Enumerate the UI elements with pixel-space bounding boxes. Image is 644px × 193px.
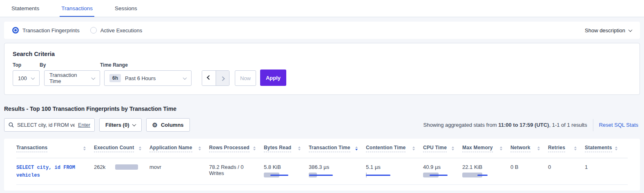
chevron-down-icon (31, 76, 35, 80)
execution-count-cell: 262k (94, 164, 145, 170)
view-toggle-bar: Transaction Fingerprints Active Executio… (4, 22, 640, 39)
search-criteria-card: Search Criteria Top 100 By Transaction T… (4, 43, 640, 95)
sort-icon[interactable] (412, 146, 415, 150)
time-range-field: Time Range 6h Past 6 Hours (100, 62, 192, 86)
show-description-toggle[interactable]: Show description (585, 27, 632, 34)
contention-time-bar (366, 173, 391, 177)
sort-icon[interactable] (574, 146, 577, 150)
sort-icon[interactable] (83, 146, 86, 150)
col-application-name[interactable]: Application Name (149, 145, 209, 152)
statements-cell: 1 (585, 164, 626, 170)
radio-transaction-fingerprints[interactable]: Transaction Fingerprints (12, 27, 80, 34)
sort-icon[interactable] (452, 146, 454, 150)
time-range-value: Past 6 Hours (125, 75, 156, 81)
col-cpu-time[interactable]: CPU Time (423, 145, 462, 152)
tab-transactions[interactable]: Transactions (60, 0, 94, 17)
transaction-time-cell: 386.3 µs (309, 164, 361, 177)
chevron-down-icon (183, 76, 187, 80)
col-network[interactable]: Network (510, 145, 548, 152)
columns-label: Columns (161, 122, 184, 128)
sort-icon[interactable] (198, 146, 201, 150)
sort-icon[interactable] (537, 146, 540, 150)
aggregated-stats-text: Showing aggregated stats from 11:00 to 1… (423, 122, 587, 128)
chevron-right-icon (220, 76, 225, 81)
chevron-left-icon (207, 75, 211, 80)
next-range-button[interactable] (216, 71, 229, 85)
table-header-row: Transactions Execution Count Application… (16, 139, 628, 158)
search-input[interactable]: SELECT city, id FROM vehicles W Enter (4, 118, 95, 132)
top-select[interactable]: 100 (13, 70, 40, 86)
top-tab-bar: Statements Transactions Sessions (0, 0, 644, 17)
col-contention-time[interactable]: Contention Time (366, 145, 423, 152)
cpu-time-cell: 40.9 µs (423, 164, 457, 177)
rows-processed-cell: 78.2 Reads / 0 Writes (209, 164, 264, 176)
filters-label: Filters (0) (105, 122, 129, 128)
radio-active-executions[interactable]: Active Executions (90, 27, 143, 34)
transaction-time-bar (309, 173, 334, 177)
by-field: By Transaction Time (40, 62, 100, 86)
col-retries[interactable]: Retries (548, 145, 585, 152)
col-statements[interactable]: Statements (585, 145, 626, 152)
gear-icon: ⚙ (152, 122, 158, 128)
top-label: Top (13, 62, 40, 68)
search-icon (9, 122, 14, 128)
chevron-down-icon (91, 76, 96, 80)
top-field: Top 100 (13, 62, 40, 86)
previous-range-button[interactable] (202, 71, 216, 85)
time-nav-group (202, 70, 230, 86)
search-criteria-title: Search Criteria (13, 51, 631, 57)
sort-icon[interactable] (298, 146, 301, 150)
tab-sessions[interactable]: Sessions (113, 0, 139, 17)
col-transactions[interactable]: Transactions (16, 145, 94, 152)
filters-button[interactable]: Filters (0) (99, 118, 142, 132)
apply-button[interactable]: Apply (260, 70, 286, 86)
by-select[interactable]: Transaction Time (44, 70, 100, 86)
execution-count-bar (115, 164, 138, 170)
radio-selected-icon (12, 27, 19, 34)
time-range-select[interactable]: 6h Past 6 Hours (104, 70, 192, 86)
show-description-label: Show description (585, 27, 625, 34)
sort-icon[interactable] (253, 146, 256, 150)
max-memory-cell: 22.1 KiB (462, 164, 506, 177)
radio-label: Transaction Fingerprints (22, 27, 80, 34)
col-transaction-time[interactable]: Transaction Time (309, 145, 366, 152)
sort-icon[interactable] (139, 146, 141, 150)
by-select-value: Transaction Time (49, 72, 88, 84)
max-memory-bar (462, 173, 488, 177)
col-execution-count[interactable]: Execution Count (94, 145, 149, 152)
columns-button[interactable]: ⚙ Columns (146, 118, 190, 132)
bytes-read-bar (264, 173, 289, 177)
time-range-badge: 6h (109, 74, 121, 82)
contention-time-cell: 5.1 µs (366, 164, 418, 177)
enter-hint[interactable]: Enter (78, 122, 90, 128)
chevron-down-icon (628, 28, 633, 32)
sort-icon[interactable] (355, 146, 358, 150)
application-name-cell: movr (149, 164, 209, 170)
divider (593, 119, 593, 131)
tab-statements[interactable]: Statements (10, 0, 41, 17)
results-title: Results - Top 100 Transaction Fingerprin… (4, 105, 640, 112)
bytes-read-cell: 5.8 KiB (264, 164, 304, 177)
col-rows-processed[interactable]: Rows Processed (209, 145, 264, 152)
reset-sql-stats-link[interactable]: Reset SQL Stats (599, 122, 638, 128)
transaction-fingerprint-link[interactable]: SELECT city, id FROM vehicles (16, 165, 75, 178)
col-max-memory[interactable]: Max Memory (462, 145, 510, 152)
search-input-value: SELECT city, id FROM vehicles W (17, 122, 75, 128)
sort-icon[interactable] (615, 146, 617, 150)
now-button[interactable]: Now (235, 70, 256, 86)
sort-icon[interactable] (500, 146, 502, 150)
chevron-down-icon (132, 122, 136, 126)
by-label: By (40, 62, 100, 68)
results-table-card: Transactions Execution Count Application… (4, 139, 640, 191)
network-cell: 0 B (510, 164, 548, 170)
radio-unselected-icon (90, 27, 97, 34)
radio-label: Active Executions (100, 27, 143, 34)
table-row: SELECT city, id FROM vehicles 262k movr … (16, 158, 628, 185)
top-select-value: 100 (18, 75, 27, 81)
col-bytes-read[interactable]: Bytes Read (264, 145, 309, 152)
cpu-time-bar (423, 173, 448, 177)
time-range-label: Time Range (100, 62, 192, 68)
retries-cell: 0 (548, 164, 585, 170)
results-controls-row: SELECT city, id FROM vehicles W Enter Fi… (4, 118, 640, 132)
